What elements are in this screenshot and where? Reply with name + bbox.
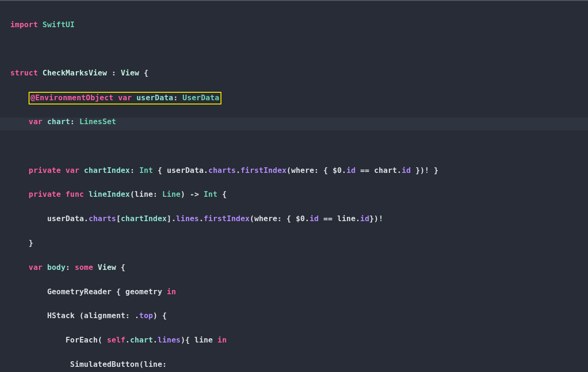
code-line: [10, 44, 583, 56]
code-line: HStack (alignment: .top) {: [10, 310, 583, 323]
code-line: ForEach( self.chart.lines){ line in: [10, 335, 583, 347]
code-line: }: [10, 238, 583, 250]
code-editor[interactable]: import SwiftUI struct CheckMarksView : V…: [0, 1, 588, 372]
code-line: GeometryReader { geometry in: [10, 286, 583, 299]
code-line: userData.charts[chartIndex].lines.firstI…: [10, 213, 583, 226]
code-line: private func lineIndex(line: Line) -> In…: [10, 189, 583, 201]
code-line: var body: some View {: [10, 262, 583, 275]
code-line: import SwiftUI: [10, 19, 583, 32]
code-line: struct CheckMarksView : View {: [10, 67, 583, 80]
code-line-cursor: var chart: LinesSet: [10, 116, 583, 129]
code-line-highlighted: @EnvironmentObject var userData: UserDat…: [10, 92, 583, 104]
code-line: SimulatedButton(line:: [10, 359, 583, 372]
code-line: [10, 141, 583, 153]
code-line: private var chartIndex: Int { userData.c…: [10, 165, 583, 178]
highlight-box-env-object: @EnvironmentObject var userData: UserDat…: [29, 92, 221, 104]
